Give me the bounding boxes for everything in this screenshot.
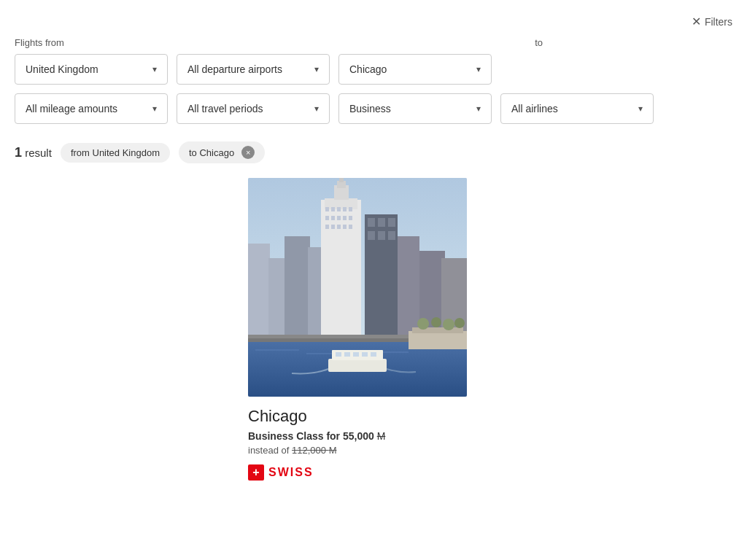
card-original-price: instead of 112,000 M bbox=[248, 445, 385, 456]
chevron-down-icon: ▾ bbox=[476, 104, 481, 114]
class-dropdown[interactable]: Business ▾ bbox=[338, 93, 492, 124]
flights-from-label: Flights from bbox=[15, 37, 64, 48]
svg-rect-29 bbox=[368, 231, 375, 240]
airline-name: SWISS bbox=[268, 466, 314, 479]
airline-logo: SWISS bbox=[248, 464, 385, 481]
svg-rect-31 bbox=[388, 231, 395, 240]
svg-rect-45 bbox=[353, 352, 359, 357]
from-tag-label: from United Kingdom bbox=[71, 147, 160, 158]
svg-rect-23 bbox=[343, 225, 347, 229]
origin-label: United Kingdom bbox=[26, 63, 98, 75]
svg-point-50 bbox=[417, 318, 429, 330]
svg-rect-27 bbox=[378, 218, 385, 227]
svg-rect-9 bbox=[339, 178, 344, 182]
flights-to-label: to bbox=[535, 37, 732, 48]
svg-rect-5 bbox=[321, 200, 361, 346]
chevron-down-icon: ▾ bbox=[152, 64, 157, 74]
mileage-dropdown[interactable]: All mileage amounts ▾ bbox=[15, 93, 168, 124]
svg-rect-24 bbox=[349, 225, 352, 229]
airlines-dropdown[interactable]: All airlines ▾ bbox=[500, 93, 654, 124]
filters-label: Filters bbox=[705, 16, 732, 28]
svg-rect-12 bbox=[337, 207, 341, 211]
svg-rect-18 bbox=[343, 216, 347, 220]
svg-rect-26 bbox=[368, 218, 375, 227]
chevron-down-icon: ▾ bbox=[314, 64, 319, 74]
travel-period-label: All travel periods bbox=[187, 103, 263, 114]
svg-rect-14 bbox=[349, 207, 352, 211]
card-city-name: Chicago bbox=[248, 407, 385, 426]
price-intro: Business Class for bbox=[248, 430, 340, 442]
results-section: 1 result from United Kingdom to Chicago … bbox=[15, 141, 732, 481]
filters-button[interactable]: ✕ Filters bbox=[692, 15, 732, 28]
svg-point-53 bbox=[454, 318, 465, 328]
travel-period-dropdown[interactable]: All travel periods ▾ bbox=[177, 93, 330, 124]
chevron-down-icon: ▾ bbox=[476, 64, 481, 74]
svg-rect-46 bbox=[362, 352, 368, 357]
results-header: 1 result from United Kingdom to Chicago … bbox=[15, 141, 732, 163]
svg-rect-16 bbox=[331, 216, 335, 220]
close-icon: ✕ bbox=[692, 15, 701, 28]
chevron-down-icon: ▾ bbox=[152, 104, 157, 114]
svg-rect-43 bbox=[336, 352, 341, 357]
svg-rect-19 bbox=[349, 216, 352, 220]
mileage-label: All mileage amounts bbox=[26, 103, 117, 114]
original-price: 112,000 M bbox=[292, 445, 336, 456]
flight-card[interactable]: Chicago Business Class for 55,000 M inst… bbox=[248, 178, 732, 481]
svg-point-52 bbox=[443, 319, 454, 330]
results-count: 1 result bbox=[15, 145, 52, 160]
class-label: Business bbox=[349, 103, 391, 114]
to-filter-tag[interactable]: to Chicago × bbox=[179, 141, 265, 163]
svg-rect-11 bbox=[331, 207, 335, 211]
filter-row-1: United Kingdom ▾ All departure airports … bbox=[15, 54, 732, 85]
svg-rect-20 bbox=[325, 225, 329, 229]
card-info: Chicago Business Class for 55,000 M inst… bbox=[248, 407, 385, 481]
destination-dropdown[interactable]: Chicago ▾ bbox=[338, 54, 492, 85]
svg-rect-38 bbox=[255, 349, 299, 351]
origin-dropdown[interactable]: United Kingdom ▾ bbox=[15, 54, 168, 85]
svg-rect-41 bbox=[328, 359, 387, 372]
svg-point-51 bbox=[431, 317, 441, 327]
svg-rect-10 bbox=[325, 207, 329, 211]
svg-rect-44 bbox=[344, 352, 350, 357]
city-image bbox=[248, 178, 467, 397]
airports-dropdown[interactable]: All departure airports ▾ bbox=[177, 54, 330, 85]
svg-rect-47 bbox=[371, 352, 376, 357]
svg-rect-21 bbox=[331, 225, 335, 229]
svg-rect-48 bbox=[409, 331, 467, 349]
chevron-down-icon: ▾ bbox=[638, 104, 643, 114]
svg-rect-3 bbox=[285, 236, 310, 346]
svg-rect-28 bbox=[388, 218, 395, 227]
destination-label: Chicago bbox=[349, 63, 387, 75]
card-price-line: Business Class for 55,000 M bbox=[248, 430, 385, 442]
svg-rect-6 bbox=[325, 198, 357, 209]
airlines-label: All airlines bbox=[511, 103, 558, 114]
filter-row-2: All mileage amounts ▾ All travel periods… bbox=[15, 93, 732, 124]
remove-to-filter-button[interactable]: × bbox=[241, 146, 255, 159]
chevron-down-icon: ▾ bbox=[314, 104, 319, 114]
svg-rect-30 bbox=[378, 231, 385, 240]
to-tag-label: to Chicago bbox=[189, 147, 234, 158]
swiss-cross-icon bbox=[248, 464, 264, 481]
svg-rect-1 bbox=[248, 244, 270, 346]
airports-label: All departure airports bbox=[187, 63, 282, 75]
svg-rect-4 bbox=[308, 247, 322, 346]
from-filter-tag[interactable]: from United Kingdom bbox=[61, 143, 170, 163]
svg-rect-2 bbox=[268, 258, 287, 346]
svg-rect-15 bbox=[325, 216, 329, 220]
svg-rect-22 bbox=[337, 225, 341, 229]
svg-rect-17 bbox=[337, 216, 341, 220]
svg-rect-13 bbox=[343, 207, 347, 211]
